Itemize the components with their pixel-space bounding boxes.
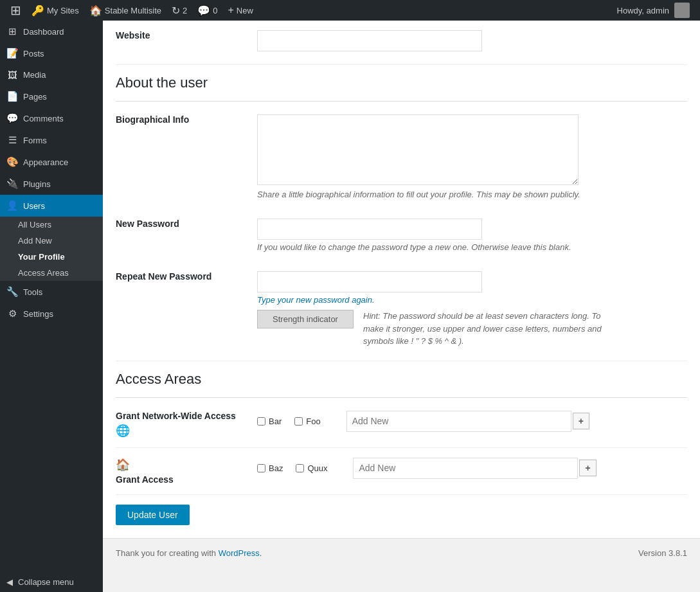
sidebar-item-access-areas[interactable]: Access Areas [0,265,103,281]
stable-multisite-label: Stable Multisite [105,6,161,15]
biographical-field-cell: Share a little biographical information … [257,105,687,209]
sidebar-appearance-label: Appearance [23,157,68,167]
new-password-hint: If you would like to change the password… [257,242,687,252]
sidebar-dashboard-label: Dashboard [23,27,64,37]
strength-row: Strength indicator Hint: The password sh… [257,310,687,348]
access-areas-title: Access Areas [116,361,687,394]
collapse-menu-label: Collapse menu [18,577,74,587]
checkbox-quux-input[interactable] [296,464,304,472]
updates-menu[interactable]: ↻ 2 [166,0,192,21]
media-icon: 🖼 [6,69,18,80]
repeat-password-hint: Type your new password again. [257,295,687,305]
checkbox-bar-input[interactable] [257,417,265,426]
comments-menu[interactable]: 💬 0 [192,0,222,21]
checkbox-bar-label: Bar [269,417,282,426]
collapse-menu-button[interactable]: ◀ Collapse menu [0,572,103,592]
forms-icon: ☰ [6,134,18,146]
main-content: Website About the user Biographical Info… [103,21,700,592]
sidebar-forms-label: Forms [23,136,47,145]
repeat-password-row: Repeat New Password Type your new passwo… [116,262,687,357]
plus-icon: + [228,4,233,16]
access-add-new-button[interactable]: + [579,460,596,476]
footer-version: Version 3.8.1 [638,548,687,558]
about-user-section: Biographical Info Share a little biograp… [116,105,687,209]
main-layout: ⊞ Dashboard 📝 Posts 🖼 Media 📄 Pages 💬 Co… [0,21,700,592]
checkbox-baz[interactable]: Baz [257,463,283,473]
password-section: New Password If you would like to change… [116,209,687,357]
website-row: Website [116,21,687,61]
my-sites-icon: 🔑 [31,4,44,17]
new-menu[interactable]: + New [222,0,258,21]
sidebar-item-media[interactable]: 🖼 Media [0,64,103,85]
sidebar-item-posts[interactable]: 📝 Posts [0,42,103,64]
network-add-new-input[interactable] [346,411,571,432]
admin-bar-right: Howdy, admin [612,0,695,21]
sidebar-item-plugins[interactable]: 🔌 Plugins [0,173,103,195]
sidebar-item-all-users[interactable]: All Users [0,217,103,233]
my-sites-menu[interactable]: 🔑 My Sites [26,0,84,21]
checkbox-foo[interactable]: Foo [294,417,320,426]
grant-access-label: 🏠 Grant Access [116,458,257,485]
tools-icon: 🔧 [6,286,18,298]
sidebar-item-settings[interactable]: ⚙ Settings [0,303,103,325]
sidebar-pages-label: Pages [23,92,47,102]
users-icon: 👤 [6,200,18,211]
comments-nav-icon: 💬 [6,112,18,124]
biographical-info-textarea[interactable] [257,114,579,185]
new-password-input[interactable] [257,219,482,240]
checkbox-foo-label: Foo [306,417,320,426]
add-new-label: Add New [18,236,52,246]
grant-network-label: Grant Network-Wide Access 🌐 [116,411,257,438]
plugins-icon: 🔌 [6,178,18,190]
pages-icon: 📄 [6,91,18,102]
howdy-label: Howdy, admin [617,6,669,15]
strength-indicator: Strength indicator [257,310,354,328]
sidebar-item-forms[interactable]: ☰ Forms [0,129,103,151]
section-divider-2 [116,397,687,398]
checkbox-quux-label: Quux [307,463,327,473]
sidebar-tools-label: Tools [23,287,42,297]
howdy-menu[interactable]: Howdy, admin [612,0,695,21]
home-icon: 🏠 [89,4,102,17]
access-add-new-group: + [353,458,596,479]
sidebar-item-add-new[interactable]: Add New [0,233,103,249]
wp-logo-icon[interactable]: ⊞ [5,3,26,18]
checkbox-foo-input[interactable] [294,417,303,426]
website-input[interactable] [257,30,482,51]
sidebar-settings-label: Settings [23,309,53,319]
wordpress-link[interactable]: WordPress. [219,548,262,558]
sidebar-posts-label: Posts [23,49,44,58]
sidebar-media-label: Media [23,70,46,80]
updates-count: 2 [183,6,187,15]
checkbox-quux[interactable]: Quux [296,463,327,473]
stable-multisite-menu[interactable]: 🏠 Stable Multisite [84,0,166,21]
sidebar-item-tools[interactable]: 🔧 Tools [0,281,103,303]
sidebar-item-your-profile[interactable]: Your Profile [0,249,103,265]
network-add-new-group: + [346,411,589,432]
biographical-label: Biographical Info [116,105,257,209]
checkbox-baz-input[interactable] [257,464,265,472]
repeat-password-input[interactable] [257,271,482,292]
new-label: New [237,6,253,15]
checkbox-baz-label: Baz [269,463,283,473]
access-add-new-input[interactable] [353,458,578,479]
update-user-button[interactable]: Update User [116,505,190,525]
network-checkboxes: Bar Foo + [257,411,687,432]
new-password-field-cell: If you would like to change the password… [257,209,687,262]
sidebar-item-appearance[interactable]: 🎨 Appearance [0,151,103,173]
sidebar: ⊞ Dashboard 📝 Posts 🖼 Media 📄 Pages 💬 Co… [0,21,103,592]
checkbox-bar[interactable]: Bar [257,417,282,426]
sidebar-item-pages[interactable]: 📄 Pages [0,85,103,107]
avatar [674,3,690,18]
appearance-icon: 🎨 [6,156,18,168]
updates-icon: ↻ [172,4,180,17]
sidebar-item-dashboard[interactable]: ⊞ Dashboard [0,21,103,42]
sidebar-item-comments[interactable]: 💬 Comments [0,107,103,129]
website-section: Website [116,21,687,61]
comments-count: 0 [213,6,217,15]
network-add-new-button[interactable]: + [573,413,589,429]
website-field-cell [257,21,687,61]
sidebar-item-users[interactable]: 👤 Users [0,195,103,217]
house-icon: 🏠 [116,458,257,472]
my-sites-label: My Sites [47,6,79,15]
